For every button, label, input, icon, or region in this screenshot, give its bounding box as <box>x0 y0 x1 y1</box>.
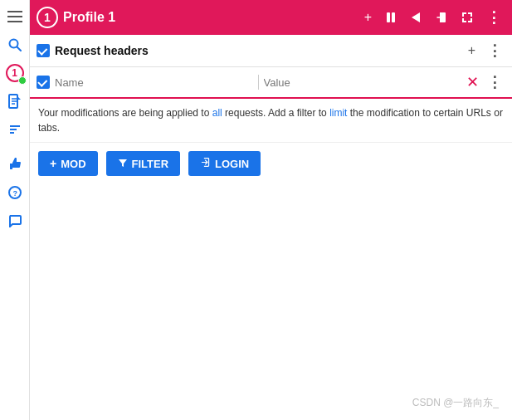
value-input[interactable] <box>264 76 462 89</box>
login-icon <box>200 157 211 170</box>
svg-line-4 <box>17 47 21 51</box>
sidebar-help-icon[interactable]: ? <box>2 179 28 206</box>
info-text-all: all <box>212 107 222 119</box>
header-share-button[interactable] <box>406 8 426 27</box>
sidebar-search-icon[interactable] <box>2 32 28 58</box>
section-add-button[interactable]: + <box>465 42 479 60</box>
header-login-button[interactable] <box>431 7 452 27</box>
section-header: Request headers + ⋮ <box>30 35 512 67</box>
info-text-limit: limit <box>329 107 347 119</box>
mod-button[interactable]: + MOD <box>38 151 98 176</box>
name-input[interactable] <box>55 76 253 89</box>
section-title: Request headers <box>55 44 460 57</box>
sidebar-thumbup-icon[interactable] <box>2 151 28 178</box>
sidebar-chat-icon[interactable] <box>2 208 28 234</box>
row-more-button[interactable]: ⋮ <box>484 71 505 93</box>
main-panel: 1 Profile 1 + <box>30 0 512 420</box>
info-text-after: requests. Add a filter to <box>222 107 329 119</box>
section-more-button[interactable]: ⋮ <box>484 40 505 61</box>
filter-button[interactable]: FILTER <box>106 151 181 176</box>
filter-label: FILTER <box>132 158 169 170</box>
login-label: LOGIN <box>215 158 249 170</box>
row-checkbox[interactable] <box>37 76 50 89</box>
sidebar-sort-icon[interactable] <box>2 116 28 143</box>
header-more-button[interactable]: ⋮ <box>482 8 505 27</box>
header-number: 1 <box>37 7 58 28</box>
mod-label: MOD <box>61 158 85 170</box>
row-item: ✕ ⋮ <box>30 67 512 99</box>
header-expand-button[interactable] <box>457 8 477 27</box>
info-message: Your modifications are being applied to … <box>30 99 512 143</box>
row-divider <box>258 75 259 90</box>
watermark: CSDN @一路向东_ <box>412 396 499 410</box>
header-pause-button[interactable] <box>381 8 401 27</box>
sidebar-badge <box>18 76 27 85</box>
header-add-button[interactable]: + <box>360 7 376 28</box>
sidebar-profile-icon[interactable]: 1 <box>2 60 28 86</box>
section-checkbox[interactable] <box>37 44 50 57</box>
svg-rect-15 <box>392 12 395 22</box>
svg-rect-1 <box>7 16 22 17</box>
svg-rect-0 <box>7 11 22 12</box>
content-area: Request headers + ⋮ ✕ ⋮ Your modificatio… <box>30 35 512 420</box>
row-close-icon[interactable]: ✕ <box>466 75 479 90</box>
svg-rect-2 <box>7 21 22 22</box>
header-title: Profile 1 <box>63 10 355 25</box>
sidebar-menu-icon[interactable] <box>2 3 28 30</box>
svg-text:?: ? <box>12 189 17 198</box>
mod-icon: + <box>50 157 56 170</box>
action-buttons: + MOD FILTER LOGIN <box>30 143 512 184</box>
filter-icon <box>118 158 128 170</box>
info-text-before: Your modifications are being applied to <box>38 107 212 119</box>
sidebar: 1 ? <box>0 0 30 420</box>
sidebar-file-icon[interactable] <box>2 88 28 115</box>
svg-rect-14 <box>387 12 390 22</box>
header-bar: 1 Profile 1 + <box>30 0 512 35</box>
login-button[interactable]: LOGIN <box>188 151 261 176</box>
